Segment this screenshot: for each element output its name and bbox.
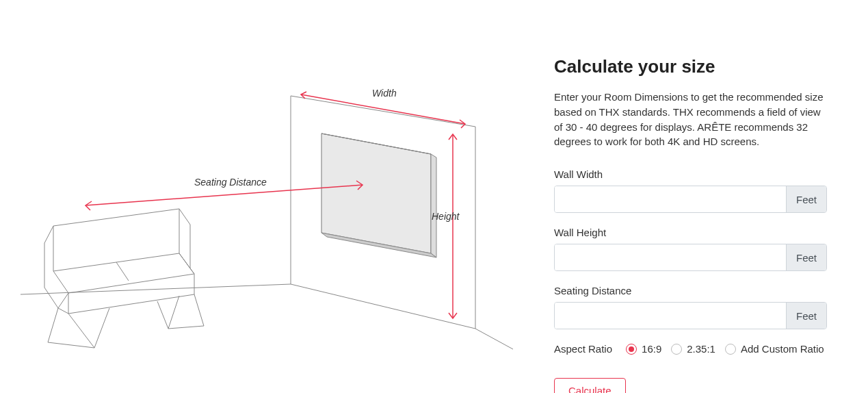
aspect-ratio-option-16-9[interactable]: 16:9: [626, 343, 661, 355]
radio-icon: [725, 344, 736, 355]
wall-width-unit: Feet: [786, 186, 826, 212]
svg-line-9: [48, 308, 58, 342]
radio-icon: [671, 344, 682, 355]
aspect-ratio-option-label: 16:9: [642, 343, 661, 355]
aspect-ratio-row: Aspect Ratio 16:9 2.35:1 Add Custom Rati…: [554, 343, 827, 355]
diagram-label-height: Height: [432, 211, 459, 222]
wall-height-input[interactable]: [555, 244, 786, 270]
seating-distance-label: Seating Distance: [554, 285, 827, 296]
wall-width-input[interactable]: [555, 186, 786, 212]
calculator-form: Calculate your size Enter your Room Dime…: [554, 27, 847, 393]
svg-marker-3: [321, 134, 431, 253]
aspect-ratio-option-custom[interactable]: Add Custom Ratio: [725, 343, 824, 355]
calculate-button[interactable]: Calculate: [554, 378, 626, 393]
svg-line-11: [48, 342, 94, 348]
wall-height-unit: Feet: [786, 244, 826, 270]
svg-line-1: [475, 329, 513, 349]
seating-distance-input[interactable]: [555, 303, 786, 329]
seating-distance-unit: Feet: [786, 303, 826, 329]
wall-height-label: Wall Height: [554, 227, 827, 238]
diagram-label-seating: Seating Distance: [192, 177, 269, 188]
aspect-ratio-option-235-1[interactable]: 2.35:1: [671, 343, 715, 355]
diagram-svg: [21, 55, 540, 370]
aspect-ratio-option-label: Add Custom Ratio: [741, 343, 824, 355]
field-wall-width: Wall Width Feet: [554, 168, 827, 213]
field-wall-height: Wall Height Feet: [554, 227, 827, 271]
svg-line-15: [168, 326, 204, 329]
room-diagram: Width Height Seating Distance: [21, 27, 554, 393]
description-text: Enter your Room Dimensions to get the re…: [554, 90, 827, 149]
svg-line-12: [94, 308, 109, 348]
svg-line-16: [157, 301, 168, 329]
radio-icon: [626, 344, 637, 355]
aspect-ratio-option-label: 2.35:1: [687, 343, 715, 355]
svg-line-2: [21, 284, 291, 294]
aspect-ratio-label: Aspect Ratio: [554, 343, 612, 355]
svg-line-13: [168, 296, 179, 329]
field-seating-distance: Seating Distance Feet: [554, 285, 827, 329]
svg-line-10: [68, 314, 94, 348]
page-title: Calculate your size: [554, 56, 827, 77]
svg-line-14: [194, 294, 204, 326]
wall-width-label: Wall Width: [554, 168, 827, 180]
diagram-label-width: Width: [372, 88, 397, 99]
